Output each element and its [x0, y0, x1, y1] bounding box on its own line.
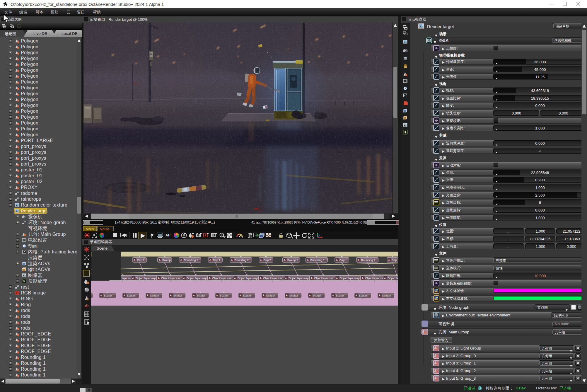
- svg-text:Scatter: Scatter: [359, 294, 368, 297]
- svg-text:Cap: Cap: [392, 258, 397, 262]
- svg-text:Object layer map: Object layer map: [340, 277, 360, 280]
- svg-text:Scatter: Scatter: [243, 294, 252, 297]
- svg-text:Rounding 1: Rounding 1: [184, 258, 198, 262]
- svg-text:Scatter: Scatter: [173, 294, 182, 297]
- svg-text:Sweep.1: Sweep.1: [287, 258, 298, 262]
- svg-text:Rounding 2: Rounding 2: [361, 258, 376, 262]
- svg-text:Object layer map: Object layer map: [161, 277, 181, 280]
- svg-text:Scatter: Scatter: [313, 294, 321, 297]
- svg-text:Object layer map: Object layer map: [314, 277, 334, 280]
- svg-text:Scatter: Scatter: [197, 294, 205, 297]
- svg-text:Rounding 2: Rounding 2: [235, 258, 249, 262]
- svg-text:Scatter: Scatter: [127, 294, 136, 297]
- svg-text:Scatter: Scatter: [289, 294, 298, 297]
- svg-text:Rounding 1: Rounding 1: [310, 258, 325, 262]
- svg-text:Object layer map: Object layer map: [263, 277, 283, 280]
- svg-text:Object layer map: Object layer map: [187, 277, 207, 280]
- svg-text:Object layer map: Object layer map: [238, 277, 258, 280]
- svg-text:Object layer map: Object layer map: [388, 277, 398, 280]
- svg-text:Object layer map: Object layer map: [365, 277, 385, 280]
- svg-text:Cap 2: Cap 2: [137, 258, 144, 262]
- svg-text:Scatter: Scatter: [336, 294, 344, 297]
- svg-text:Cap 1: Cap 1: [339, 258, 347, 262]
- svg-text:Scatter: Scatter: [382, 294, 391, 297]
- svg-text:Scatter: Scatter: [104, 294, 112, 297]
- svg-text:Object layer map: Object layer map: [289, 277, 309, 280]
- svg-text:Scatter: Scatter: [150, 294, 159, 297]
- svg-text:Sweep: Sweep: [162, 258, 171, 262]
- svg-text:Cap 1: Cap 1: [213, 258, 220, 262]
- svg-text:Object layer map: Object layer map: [212, 277, 232, 280]
- svg-text:Object layer map: Object layer map: [136, 277, 156, 280]
- svg-text:Scatter: Scatter: [266, 294, 275, 297]
- svg-text:Scatter: Scatter: [220, 294, 228, 297]
- svg-text:Cap 2: Cap 2: [264, 258, 271, 262]
